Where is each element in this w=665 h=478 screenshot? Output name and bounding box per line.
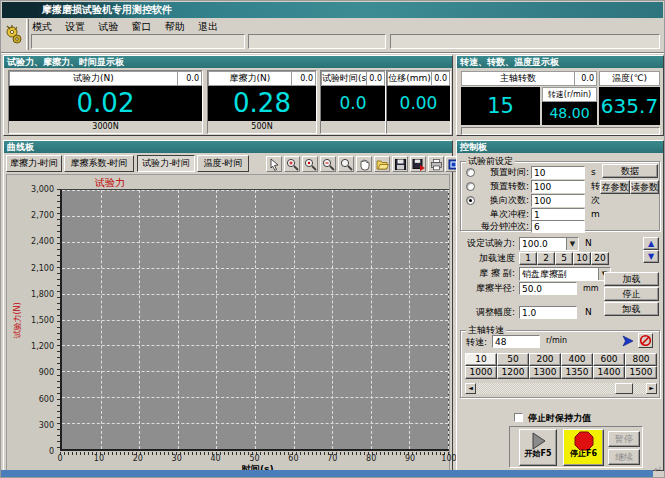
menu-window[interactable]: 窗口 [127, 20, 157, 34]
spindle-speed-1200[interactable]: 1200 [497, 366, 529, 379]
status-field-1 [31, 34, 245, 49]
hold-force-checkbox[interactable] [514, 413, 523, 422]
spindle-speed-1400[interactable]: 1400 [593, 366, 625, 379]
tab-temperature-time[interactable]: 温度-时间 [197, 155, 249, 172]
status-field-3 [390, 34, 660, 49]
gridline [216, 190, 217, 449]
spindle-speed-10[interactable]: 10 [465, 353, 497, 366]
y-tick-label: 2,700 [31, 211, 54, 220]
preset-spm-label: 每分钟冲次: [463, 220, 529, 233]
y-tick-label: 600 [39, 395, 54, 404]
set-force-unit: N [585, 237, 592, 250]
friction-pair-value: 销盘摩擦副 [522, 268, 567, 280]
y-tick-label: 1,500 [31, 316, 54, 325]
test-time-value: 0.0 [321, 86, 385, 121]
preset-revs-input[interactable] [531, 180, 585, 193]
spindle-group-title: 主轴转速 [466, 325, 506, 335]
y-tick-label: 3,000 [31, 185, 54, 194]
load-speed-5[interactable]: 5 [555, 252, 573, 265]
tab-testforce-time[interactable]: 试验力-时间 [137, 155, 195, 172]
save-params-button[interactable]: 存参数 [600, 180, 630, 194]
tab-friction-time[interactable]: 摩擦力-时间 [6, 155, 62, 172]
tab-coefficient-time[interactable]: 摩擦系数-时间 [64, 155, 134, 172]
load-speed-1[interactable]: 1 [519, 252, 537, 265]
load-speed-20[interactable]: 20 [591, 252, 609, 265]
adjust-input[interactable] [519, 306, 577, 319]
stop-button-label: 停止F6 [564, 448, 603, 459]
resume-button[interactable]: 继续 [608, 449, 640, 465]
scrollbar-thumb[interactable] [615, 383, 633, 394]
friction-pair-combo[interactable]: 销盘摩擦副 ▼ [519, 267, 611, 281]
friction-radius-input[interactable] [519, 282, 577, 295]
spindle-speed-1000[interactable]: 1000 [465, 366, 497, 379]
menu-test[interactable]: 试验 [93, 20, 123, 34]
spindle-speed-800[interactable]: 800 [625, 353, 657, 366]
start-button-label: 开始F5 [520, 448, 556, 459]
spindle-speed-1350[interactable]: 1350 [561, 366, 593, 379]
print-icon[interactable] [428, 156, 444, 172]
start-button[interactable]: 开始F5 [519, 429, 557, 466]
spindle-speed-200[interactable]: 200 [529, 353, 561, 366]
save-icon[interactable] [392, 156, 408, 172]
menu-settings[interactable]: 设置 [60, 20, 90, 34]
preset-time-unit: s [591, 166, 596, 179]
stop-button[interactable]: 停止F6 [563, 429, 604, 466]
menu-exit[interactable]: 退出 [193, 20, 223, 34]
spindle-stop-icon[interactable] [638, 333, 653, 348]
pan-hand-icon[interactable] [356, 156, 372, 172]
plot-area[interactable] [60, 189, 449, 451]
title-bar[interactable]: 摩擦磨损试验机专用测控软件 [2, 2, 663, 18]
pause-button[interactable]: 暂停 [608, 431, 640, 447]
paragraph-mark: ↵ [654, 464, 662, 475]
spindle-speed-input[interactable] [492, 335, 540, 348]
chevron-down-icon[interactable]: ▼ [566, 238, 578, 250]
export-icon[interactable] [410, 156, 426, 172]
load-speed-10[interactable]: 10 [573, 252, 591, 265]
spindle-speed-400[interactable]: 400 [561, 353, 593, 366]
y-tick-label: 1,800 [31, 290, 54, 299]
friction-pair-label: 摩 擦 副: [459, 267, 515, 280]
load-button[interactable]: 加载 [604, 272, 659, 286]
control-panel-header: 控制板 [457, 141, 663, 153]
preset-reversals-unit: 次 [591, 194, 600, 207]
gridline [409, 190, 410, 449]
test-time-gauge: 试验时间(s) 0.0 0.0 [320, 70, 386, 134]
spindle-start-icon[interactable] [621, 334, 635, 348]
preset-time-label: 预置时间: [471, 166, 529, 179]
force-panel-header: 试验力、摩擦力、时间显示板 [4, 56, 452, 68]
friction-force-value: 0.28 [208, 86, 316, 121]
spindle-speed-1500[interactable]: 1500 [625, 366, 657, 379]
read-params-button[interactable]: 读参数 [630, 180, 659, 194]
preset-group-title: 试验前设定 [466, 156, 515, 166]
unload-button[interactable]: 卸载 [604, 302, 659, 316]
displacement-gauge: 位移(mm) 0.0 0.00 [386, 70, 451, 134]
spindle-scrollbar[interactable]: ◄ ► [465, 383, 657, 394]
force-up-arrow-button[interactable]: ▲ [643, 237, 659, 250]
scrollbar-left-arrow[interactable]: ◄ [465, 383, 476, 394]
force-down-arrow-button[interactable]: ▼ [643, 250, 659, 263]
zoom-center-icon[interactable] [302, 156, 318, 172]
menu-mode[interactable]: 模式 [27, 20, 57, 34]
spindle-speed-600[interactable]: 600 [593, 353, 625, 366]
preset-reversals-input[interactable] [531, 194, 585, 207]
spindle-speed-1300[interactable]: 1300 [529, 366, 561, 379]
preset-spm-input[interactable] [531, 220, 585, 233]
zoom-in-icon[interactable] [284, 156, 300, 172]
load-speed-2[interactable]: 2 [537, 252, 555, 265]
y-tick-label: 0 [49, 447, 54, 456]
spindle-speed-50[interactable]: 50 [497, 353, 529, 366]
friction-radius-unit: mm [583, 282, 599, 295]
scrollbar-right-arrow[interactable]: ► [646, 383, 657, 394]
stop-load-button[interactable]: 停止 [604, 287, 659, 301]
cursor-icon[interactable] [266, 156, 282, 172]
menu-help[interactable]: 帮助 [160, 20, 190, 34]
preset-time-input[interactable] [531, 166, 585, 179]
gridline [294, 190, 295, 449]
zoom-icon[interactable] [338, 156, 354, 172]
separator [1, 52, 665, 54]
zoom-out-icon[interactable] [320, 156, 336, 172]
data-button[interactable]: 数据 [602, 164, 658, 178]
test-time-range [321, 121, 385, 133]
set-force-combo[interactable]: 100.0 ▼ [519, 237, 579, 251]
open-file-icon[interactable] [374, 156, 390, 172]
